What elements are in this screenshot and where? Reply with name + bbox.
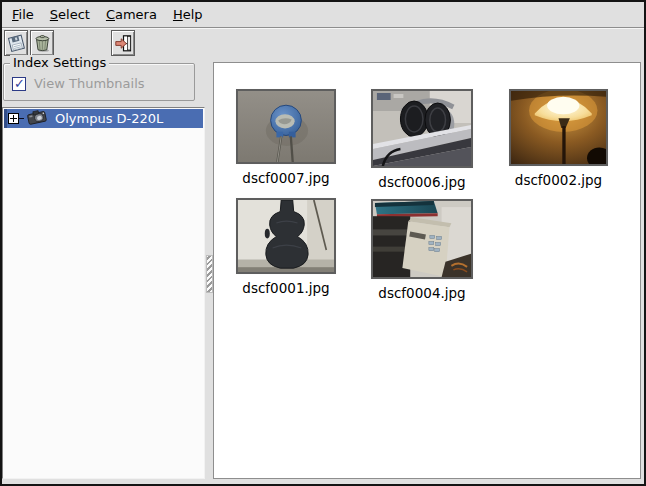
view-thumbnails-label: View Thumbnails [34, 76, 145, 91]
save-button[interactable] [4, 30, 28, 56]
pane-splitter[interactable] [206, 63, 213, 479]
menu-bar: File Select Camera Help [2, 2, 644, 28]
thumbnail-item: dscf0002.jpg [509, 89, 608, 166]
thumbnail-filename: dscf0001.jpg [242, 280, 329, 296]
frame-title: Index Settings [10, 55, 109, 71]
menu-camera[interactable]: Camera [98, 4, 165, 25]
tree-connector [19, 118, 24, 119]
thumbnail-filename: dscf0007.jpg [242, 170, 329, 186]
delete-button[interactable] [30, 30, 54, 56]
floppy-disk-icon [7, 34, 26, 53]
view-thumbnails-checkbox[interactable] [12, 77, 26, 91]
exit-door-icon [114, 34, 133, 53]
camera-icon [25, 108, 49, 129]
exit-button[interactable] [111, 30, 135, 56]
thumbnail-filename: dscf0006.jpg [378, 174, 465, 190]
thumbnail-item: dscf0004.jpg [371, 199, 473, 279]
thumbnail-image-dscf0002[interactable] [509, 89, 608, 166]
camera-tree: Olympus D-220L [2, 107, 205, 479]
thumbnail-filename: dscf0004.jpg [378, 285, 465, 301]
thumbnail-item: dscf0001.jpg [236, 198, 336, 274]
index-settings-frame: Index Settings View Thumbnails [3, 63, 195, 101]
trash-icon [33, 34, 52, 53]
app-window: File Select Camera Help [0, 0, 646, 486]
menu-help[interactable]: Help [165, 4, 211, 25]
thumbnail-image-dscf0004[interactable] [371, 199, 473, 279]
thumbnail-panel: dscf0007.jpg [213, 62, 641, 479]
splitter-grip-icon [206, 255, 213, 293]
thumbnail-image-dscf0001[interactable] [236, 198, 336, 274]
thumbnail-filename: dscf0002.jpg [515, 172, 602, 188]
thumbnail-item: dscf0006.jpg [371, 89, 473, 168]
tree-item-label: Olympus D-220L [55, 111, 163, 126]
menu-select[interactable]: Select [42, 4, 98, 25]
expand-plus-icon[interactable] [8, 113, 19, 124]
thumbnail-item: dscf0007.jpg [236, 89, 336, 164]
tree-item-camera[interactable]: Olympus D-220L [4, 109, 203, 128]
thumbnail-image-dscf0007[interactable] [236, 89, 336, 164]
menu-file[interactable]: File [4, 4, 42, 25]
thumbnail-image-dscf0006[interactable] [371, 89, 473, 168]
